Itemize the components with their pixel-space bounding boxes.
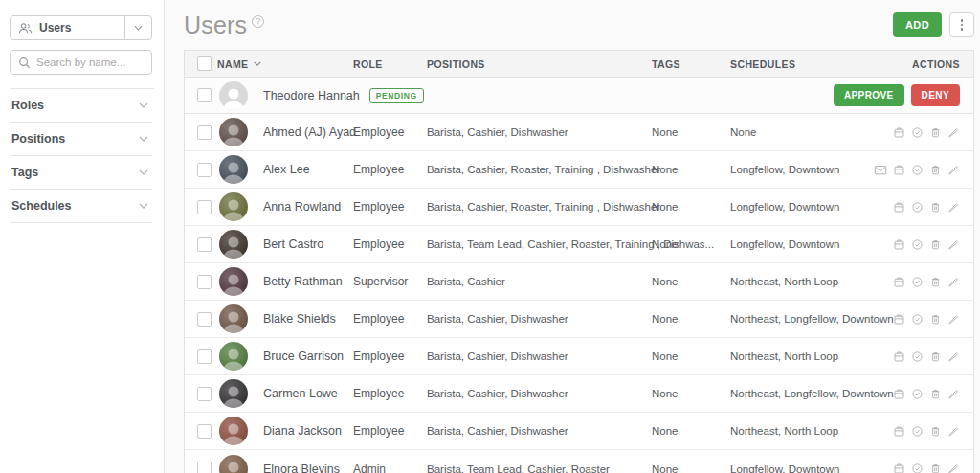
row-checkbox[interactable]: [197, 275, 212, 289]
user-name[interactable]: Blake Shields: [256, 312, 353, 326]
user-name[interactable]: Diana Jackson: [256, 424, 353, 438]
user-tags: None: [652, 276, 730, 287]
user-schedules: Northeast, North Loop: [730, 276, 874, 287]
calendar-icon[interactable]: [893, 238, 905, 251]
chevron-down-icon: [139, 102, 148, 108]
page-title: Users: [184, 11, 247, 39]
trash-icon[interactable]: [929, 126, 942, 139]
check-circle-icon[interactable]: [911, 201, 924, 214]
row-actions: [874, 126, 973, 139]
column-header-role[interactable]: ROLE: [353, 58, 427, 70]
check-circle-icon[interactable]: [911, 164, 924, 176]
edit-icon[interactable]: [947, 350, 960, 363]
user-role: Employee: [353, 200, 427, 214]
user-name[interactable]: Anna Rowland: [256, 200, 353, 214]
check-circle-icon[interactable]: [911, 276, 924, 288]
add-button[interactable]: ADD: [893, 12, 942, 37]
calendar-icon[interactable]: [893, 313, 905, 326]
column-header-name[interactable]: NAME: [217, 58, 249, 70]
edit-icon[interactable]: [947, 164, 960, 176]
user-name[interactable]: Betty Rathman: [256, 275, 353, 288]
edit-icon[interactable]: [947, 313, 960, 326]
info-icon[interactable]: ?: [252, 15, 264, 28]
column-header-schedules[interactable]: SCHEDULES: [730, 58, 874, 70]
user-role: Admin: [353, 462, 427, 473]
edit-icon[interactable]: [947, 462, 960, 473]
trash-icon[interactable]: [929, 425, 942, 438]
check-circle-icon[interactable]: [911, 238, 924, 251]
edit-icon[interactable]: [947, 126, 960, 139]
users-icon: [18, 22, 33, 34]
calendar-icon[interactable]: [893, 201, 905, 214]
user-name[interactable]: Alex Lee: [256, 163, 353, 176]
avatar: [219, 230, 248, 259]
select-all-checkbox[interactable]: [197, 56, 212, 71]
row-checkbox[interactable]: [197, 237, 212, 252]
row-checkbox[interactable]: [197, 424, 212, 439]
row-checkbox[interactable]: [197, 312, 212, 327]
sidebar-section-positions[interactable]: Positions: [10, 123, 152, 156]
calendar-icon[interactable]: [893, 276, 905, 288]
check-circle-icon[interactable]: [911, 425, 924, 438]
user-schedules: Northeast, North Loop: [730, 425, 874, 437]
edit-icon[interactable]: [947, 425, 960, 438]
row-checkbox[interactable]: [197, 387, 212, 401]
calendar-icon[interactable]: [893, 126, 905, 139]
more-options-button[interactable]: [949, 12, 974, 37]
user-name[interactable]: Bruce Garrison: [256, 349, 353, 363]
row-checkbox[interactable]: [197, 125, 212, 140]
calendar-icon[interactable]: [893, 164, 905, 176]
edit-icon[interactable]: [947, 201, 960, 214]
calendar-icon[interactable]: [893, 425, 905, 438]
deny-button[interactable]: DENY: [911, 84, 960, 106]
check-circle-icon[interactable]: [911, 313, 924, 326]
user-name[interactable]: Bert Castro: [256, 237, 353, 251]
calendar-icon[interactable]: [893, 350, 905, 363]
row-checkbox[interactable]: [197, 462, 212, 473]
trash-icon[interactable]: [929, 164, 942, 176]
trash-icon[interactable]: [929, 276, 942, 288]
check-circle-icon[interactable]: [911, 388, 924, 400]
calendar-icon[interactable]: [893, 462, 905, 473]
trash-icon[interactable]: [929, 238, 942, 251]
search-input[interactable]: [36, 56, 144, 68]
user-name[interactable]: Carmen Lowe: [256, 387, 353, 400]
row-checkbox[interactable]: [197, 349, 212, 364]
check-circle-icon[interactable]: [911, 126, 924, 139]
user-name[interactable]: Ahmed (AJ) Ayad: [256, 125, 353, 139]
trash-icon[interactable]: [929, 388, 942, 400]
edit-icon[interactable]: [947, 238, 960, 251]
row-actions: [874, 164, 973, 176]
user-name[interactable]: Elnora Blevins: [256, 462, 353, 473]
table-row: Anna Rowland Employee Barista, Cashier, …: [185, 189, 973, 226]
column-header-tags[interactable]: TAGS: [652, 58, 730, 70]
sidebar-section-schedules[interactable]: Schedules: [10, 190, 152, 223]
edit-icon[interactable]: [947, 388, 960, 400]
row-actions: [874, 276, 973, 288]
avatar: [219, 192, 248, 221]
check-circle-icon[interactable]: [911, 350, 924, 363]
table-body: Ahmed (AJ) Ayad Employee Barista, Cashie…: [185, 114, 973, 473]
row-checkbox[interactable]: [197, 163, 212, 177]
sidebar-section-roles[interactable]: Roles: [10, 89, 152, 123]
calendar-icon[interactable]: [893, 388, 905, 400]
trash-icon[interactable]: [929, 350, 942, 363]
view-selector-dropdown[interactable]: Users: [10, 15, 152, 40]
chevron-down-icon: [124, 16, 151, 39]
edit-icon[interactable]: [947, 276, 960, 288]
row-checkbox[interactable]: [197, 200, 212, 214]
pending-badge: PENDING: [369, 88, 424, 103]
user-positions: Barista, Cashier, Dishwasher: [427, 388, 652, 399]
trash-icon[interactable]: [929, 462, 942, 473]
check-circle-icon[interactable]: [911, 462, 924, 473]
trash-icon[interactable]: [929, 313, 942, 326]
row-checkbox[interactable]: [197, 88, 212, 102]
trash-icon[interactable]: [929, 201, 942, 214]
user-role: Employee: [353, 125, 427, 139]
column-header-actions: ACTIONS: [874, 58, 973, 70]
approve-button[interactable]: APPROVE: [834, 84, 904, 106]
user-positions: Barista, Cashier, Roaster, Training , Di…: [427, 164, 652, 175]
message-icon[interactable]: [874, 164, 887, 176]
sidebar-section-tags[interactable]: Tags: [10, 156, 152, 190]
column-header-positions[interactable]: POSITIONS: [427, 58, 652, 70]
